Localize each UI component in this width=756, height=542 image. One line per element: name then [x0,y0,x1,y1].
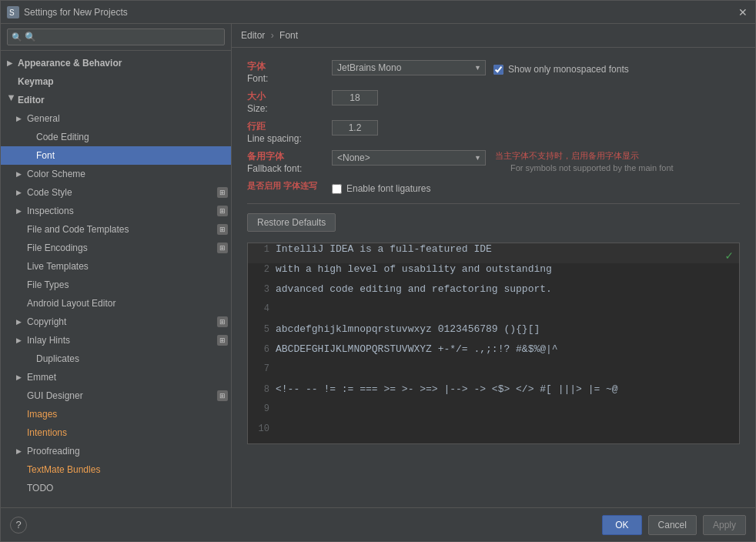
sidebar-item-proofreading[interactable]: ▶ Proofreading [1,442,231,460]
app-icon: S [7,6,19,18]
sidebar-item-images[interactable]: Images [1,405,231,423]
spacing-input[interactable]: 1.2 [332,120,378,136]
line-content: abcdefghijklmnopqrstuvwxyz 0123456789 ()… [276,323,540,335]
preview-line-6: 6 ABCDEFGHIJKLMNOPQRSTUVWXYZ +-*/= .,;:!… [248,343,739,363]
sidebar-item-label: File Types [27,279,69,290]
preview-area: ✓ 1 IntelliJ IDEA is a full-featured IDE… [247,243,740,444]
ligatures-checkbox[interactable] [332,184,342,194]
sidebar-item-label: Code Editing [36,132,89,142]
main-content: 🔍 ▶ Appearance & Behavior Keymap ▶ [1,24,755,507]
preview-line-2: 2 with a high level of usability and out… [248,263,739,283]
ligatures-zh-label: 是否启用 字体连写 [247,180,332,192]
font-en-label: Font: [247,73,332,84]
apply-button[interactable]: Apply [703,515,746,535]
sidebar-item-font[interactable]: Font [1,146,231,165]
spacing-control: 1.2 [332,120,378,136]
line-content: advanced code editing and refactoring su… [276,283,552,295]
breadcrumb-separator: › [271,30,274,41]
sidebar-item-emmet[interactable]: ▶ Emmet [1,368,231,386]
font-select[interactable]: JetBrains Mono [332,60,486,75]
badge-icon: ⊞ [217,390,228,401]
sidebar-item-keymap[interactable]: Keymap [1,72,231,91]
spacing-zh-label: 行距 [247,120,332,133]
arrow-icon: ▶ [8,95,15,105]
bottom-bar: ? OK Cancel Apply [1,507,755,541]
sidebar-item-label: Keymap [18,76,54,87]
svg-text:S: S [9,8,15,17]
sidebar-item-live-templates[interactable]: Live Templates [1,257,231,276]
search-input[interactable] [7,28,225,45]
sidebar-item-todo[interactable]: TODO [1,479,231,497]
preview-line-8: 8 <!-- -- != := === >= >- >=> |--> -> <$… [248,383,739,403]
sidebar-item-gui-designer[interactable]: GUI Designer ⊞ [1,386,231,405]
sidebar-item-label: Font [36,150,55,161]
sidebar-item-label: Duplicates [36,353,79,364]
sidebar-item-file-code-templates[interactable]: File and Code Templates ⊞ [1,220,231,239]
sidebar-item-label: Proofreading [27,446,80,457]
fallback-select-wrap: <None> [332,150,486,166]
settings-window: S Settings for New Projects ✕ 🔍 ▶ Appear… [0,0,756,542]
preview-line-3: 3 advanced code editing and refactoring … [248,283,739,303]
line-number: 7 [251,363,269,374]
sidebar-item-inlay-hints[interactable]: ▶ Inlay Hints ⊞ [1,331,231,350]
sidebar-item-appearance[interactable]: ▶ Appearance & Behavior [1,54,231,72]
fallback-row: 备用字体 Fallback font: <None> 当主字体不支持时，启用备用… [247,150,740,174]
badge-icon: ⊞ [217,335,228,346]
sidebar-tree: ▶ Appearance & Behavior Keymap ▶ Editor … [1,51,231,507]
sidebar-item-duplicates[interactable]: Duplicates [1,350,231,368]
settings-content: 字体 Font: JetBrains Mono Show only monosp… [232,48,755,507]
show-mono-checkbox[interactable] [493,65,503,75]
preview-checkmark-icon: ✓ [725,248,733,263]
sidebar-item-general[interactable]: ▶ General [1,109,231,128]
preview-line-10: 10 [248,423,739,443]
preview-line-7: 7 [248,363,739,383]
preview-line-1: 1 IntelliJ IDEA is a full-featured IDE [248,243,739,263]
ligatures-label-group: 是否启用 字体连写 [247,180,332,192]
cancel-button[interactable]: Cancel [648,515,697,535]
arrow-icon: ▶ [16,447,25,455]
font-row: 字体 Font: JetBrains Mono Show only monosp… [247,60,740,84]
line-number: 5 [251,324,269,335]
sidebar-item-intentions[interactable]: Intentions [1,423,231,442]
badge-icon: ⊞ [217,316,228,327]
sidebar-item-label: Emmet [27,372,56,383]
sidebar-item-label: TextMate Bundles [27,464,100,475]
sidebar-item-file-encodings[interactable]: File Encodings ⊞ [1,239,231,257]
window-title: Settings for New Projects [24,7,128,18]
line-number: 2 [251,264,269,275]
spacing-en-label: Line spacing: [247,133,332,144]
preview-line-9: 9 [248,403,739,423]
line-content: IntelliJ IDEA is a full-featured IDE [276,243,492,255]
sidebar-item-copyright[interactable]: ▶ Copyright ⊞ [1,313,231,331]
sidebar-item-label: File and Code Templates [27,224,129,235]
restore-defaults-button[interactable]: Restore Defaults [247,213,336,232]
spacing-row: 行距 Line spacing: 1.2 [247,120,740,144]
font-label-group: 字体 Font: [247,60,332,84]
font-zh-label: 字体 [247,60,332,73]
arrow-icon: ▶ [16,170,25,178]
breadcrumb-editor: Editor [241,30,265,41]
sidebar-item-inspections[interactable]: ▶ Inspections ⊞ [1,202,231,220]
sidebar-item-label: Code Style [27,187,72,198]
sidebar-item-label: Copyright [27,316,66,327]
sidebar-item-textmate-bundles[interactable]: TextMate Bundles [1,460,231,479]
arrow-icon: ▶ [16,373,25,381]
sidebar-item-color-scheme[interactable]: ▶ Color Scheme [1,165,231,183]
sidebar-item-android-layout-editor[interactable]: Android Layout Editor [1,294,231,313]
line-number: 4 [251,303,269,314]
fallback-hint-en: For symbols not supported by the main fo… [510,163,674,172]
close-button[interactable]: ✕ [737,6,749,18]
arrow-icon: ▶ [16,115,25,122]
line-content: ABCDEFGHIJKLMNOPQRSTUVWXYZ +-*/= .,;:!? … [276,343,558,355]
help-button[interactable]: ? [10,517,27,534]
sidebar-item-editor[interactable]: ▶ Editor [1,91,231,109]
sidebar-item-file-types[interactable]: File Types [1,276,231,294]
fallback-select[interactable]: <None> [332,150,486,166]
sidebar-item-label: Images [27,409,57,420]
fallback-hint-wrap: 当主字体不支持时，启用备用字体显示 For symbols not suppor… [495,150,674,173]
size-control: 18 [332,90,378,105]
sidebar-item-code-style[interactable]: ▶ Code Style ⊞ [1,183,231,202]
size-input[interactable]: 18 [332,90,378,105]
ok-button[interactable]: OK [602,515,641,535]
sidebar-item-code-editing[interactable]: Code Editing [1,128,231,146]
